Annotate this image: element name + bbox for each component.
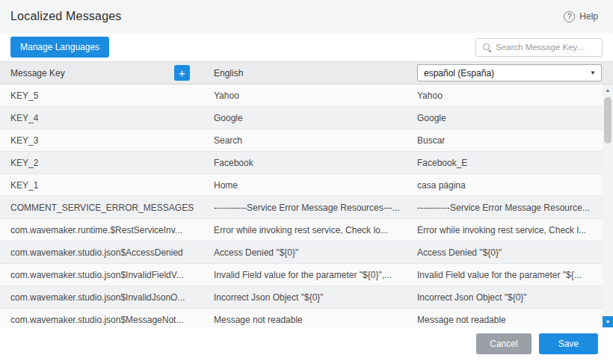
cell-key[interactable]: com.wavemaker.studio.json$InvalidFieldV.… (0, 270, 203, 280)
cell-key[interactable]: com.wavemaker.runtime.$RestServiceInv... (0, 225, 203, 235)
help-icon: ? (564, 11, 575, 22)
cell-english[interactable]: Incorrect Json Object "${0}" (203, 292, 410, 303)
cell-english[interactable]: Access Denied "${0}" (203, 247, 410, 258)
cell-english[interactable]: Facebook (203, 158, 410, 168)
cell-english[interactable]: Invalid Field value for the parameter "$… (203, 270, 410, 280)
table-row[interactable]: KEY_3SearchBuscar (0, 129, 603, 152)
cell-english[interactable]: Google (203, 113, 410, 123)
cell-key[interactable]: KEY_2 (0, 158, 203, 168)
column-header-language: español (España) ▼ (410, 64, 613, 81)
cell-translation[interactable]: Error while invoking rest service, Check… (410, 225, 603, 235)
column-header-english: English (203, 68, 410, 78)
english-label: English (214, 68, 243, 78)
cell-english[interactable]: Search (203, 135, 410, 146)
table-body: KEY_5YahooYahooKEY_4GoogleGoogleKEY_3Sea… (0, 84, 613, 327)
cancel-button[interactable]: Cancel (476, 333, 531, 354)
cell-english[interactable]: Error while invoking rest service, Check… (203, 225, 410, 235)
cell-translation[interactable]: Yahoo (410, 90, 603, 101)
cell-translation[interactable]: Incorrect Json Object "${0}" (410, 292, 603, 303)
table-row[interactable]: KEY_1Homecasa página (0, 174, 603, 197)
save-button[interactable]: Save (539, 333, 598, 354)
column-header-message-key: Message Key + (0, 65, 203, 81)
cell-key[interactable]: KEY_1 (0, 180, 203, 191)
cell-english[interactable]: Yahoo (203, 90, 410, 101)
search-input[interactable] (496, 43, 596, 52)
help-button[interactable]: ? Help (564, 11, 598, 22)
table-row[interactable]: com.wavemaker.studio.json$InvalidJsonO..… (0, 286, 603, 309)
message-key-label: Message Key (10, 68, 65, 78)
cell-translation[interactable]: Message not readable (410, 315, 603, 325)
table-header: Message Key + English español (España) ▼ (0, 61, 613, 84)
scrollbar-thumb[interactable] (604, 97, 612, 144)
search-icon (482, 43, 491, 52)
cell-translation[interactable]: casa página (410, 180, 603, 191)
plus-icon: + (179, 67, 185, 78)
table-row[interactable]: com.wavemaker.studio.json$MessageNot...M… (0, 309, 603, 327)
cell-key[interactable]: COMMENT_SERVICE_ERROR_MESSAGES (0, 203, 203, 213)
footer: Cancel Save (0, 327, 613, 364)
cell-translation[interactable]: Google (410, 113, 603, 123)
page-title: Localized Messages (10, 10, 122, 23)
cell-translation[interactable]: Invalid Field value for the parameter "$… (410, 270, 603, 280)
cell-key[interactable]: KEY_3 (0, 135, 203, 146)
cell-english[interactable]: -----------Service Error Message Resourc… (203, 203, 410, 213)
table-row[interactable]: com.wavemaker.studio.json$AccessDeniedAc… (0, 241, 603, 264)
cell-key[interactable]: com.wavemaker.studio.json$MessageNot... (0, 315, 203, 325)
table-row[interactable]: KEY_2FacebookFacebook_E (0, 152, 603, 174)
cell-key[interactable]: KEY_4 (0, 113, 203, 123)
table-row[interactable]: KEY_4GoogleGoogle (0, 107, 603, 129)
scrollbar[interactable]: ▲ ▼ (603, 84, 613, 327)
toolbar: Manage Languages (0, 33, 613, 61)
table-row[interactable]: com.wavemaker.studio.json$InvalidFieldV.… (0, 264, 603, 286)
cell-translation[interactable]: Facebook_E (410, 158, 603, 168)
table-body-wrap: KEY_5YahooYahooKEY_4GoogleGoogleKEY_3Sea… (0, 84, 613, 327)
cell-translation[interactable]: -----------Service Error Message Resourc… (410, 203, 603, 213)
search-box[interactable] (475, 38, 603, 57)
titlebar: Localized Messages ? Help (0, 0, 613, 33)
scroll-down-button[interactable]: ▼ (603, 316, 613, 327)
cell-key[interactable]: com.wavemaker.studio.json$InvalidJsonO..… (0, 292, 203, 303)
cell-english[interactable]: Message not readable (203, 315, 410, 325)
chevron-down-icon: ▼ (590, 70, 596, 76)
add-key-button[interactable]: + (174, 65, 190, 81)
scroll-up-button[interactable]: ▲ (603, 84, 613, 96)
table-row[interactable]: com.wavemaker.runtime.$RestServiceInv...… (0, 219, 603, 241)
cell-english[interactable]: Home (203, 180, 410, 191)
language-select-value: español (España) (424, 68, 494, 78)
help-label: Help (579, 11, 598, 22)
table-row[interactable]: KEY_5YahooYahoo (0, 84, 603, 107)
cell-key[interactable]: com.wavemaker.studio.json$AccessDenied (0, 247, 203, 258)
cell-translation[interactable]: Access Denied "${0}" (410, 247, 603, 258)
table-row[interactable]: COMMENT_SERVICE_ERROR_MESSAGES----------… (0, 197, 603, 219)
cell-key[interactable]: KEY_5 (0, 90, 203, 101)
language-select[interactable]: español (España) ▼ (417, 64, 602, 81)
cell-translation[interactable]: Buscar (410, 135, 603, 146)
manage-languages-button[interactable]: Manage Languages (10, 37, 109, 58)
